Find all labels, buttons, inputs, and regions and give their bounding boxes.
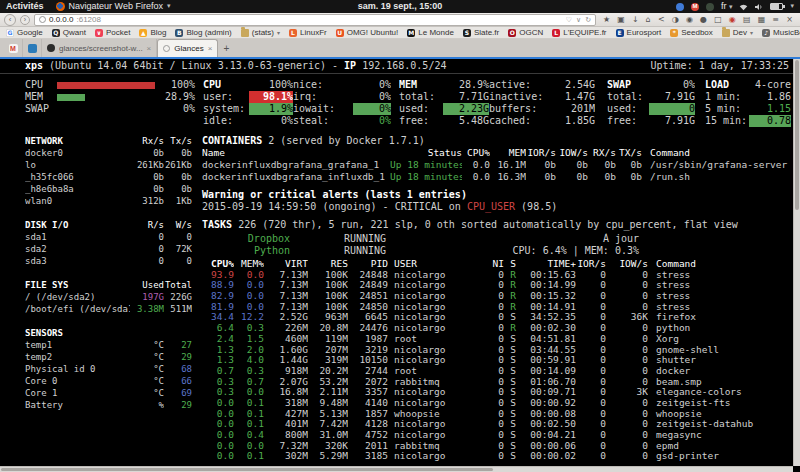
bookmark-item[interactable]: OOGCN bbox=[508, 28, 543, 37]
bookmark-item[interactable]: Dev▾ bbox=[722, 28, 753, 37]
downloads-icon[interactable]: ↓ bbox=[632, 15, 639, 24]
home-icon[interactable]: ⌂ bbox=[646, 15, 651, 24]
cell: 0 bbox=[130, 255, 164, 267]
pinned-tab-blue[interactable] bbox=[23, 39, 42, 57]
wifi-icon[interactable] bbox=[739, 3, 748, 11]
cell: stress bbox=[648, 302, 793, 313]
cell: 0 bbox=[164, 231, 192, 243]
cell: 0 bbox=[576, 441, 606, 452]
grid-icon[interactable]: ▦ bbox=[758, 15, 766, 24]
pocket-icon[interactable]: ◉ bbox=[729, 15, 736, 24]
table-row: 0.00.1318M9.48M4140nicolargo0S00:00.9200… bbox=[202, 398, 793, 409]
cell: 0 bbox=[480, 398, 504, 409]
bookmark-star-icon[interactable]: ★ bbox=[603, 15, 610, 24]
cell: 0 bbox=[480, 366, 504, 377]
cell: nicolargo bbox=[388, 355, 480, 366]
menu-icon[interactable]: ≡ bbox=[772, 15, 779, 24]
cell: 0 bbox=[606, 419, 648, 430]
cell: NI bbox=[480, 259, 504, 270]
adblock-icon[interactable]: ◉ bbox=[686, 15, 693, 24]
cell: stress bbox=[648, 270, 793, 281]
pinned-tab-gmail[interactable]: M bbox=[4, 39, 23, 57]
bookmark-item[interactable]: UOMG! Ubuntu! bbox=[336, 28, 399, 37]
tab-github[interactable]: glances/screenshot-w... × bbox=[42, 39, 157, 57]
screenshot-icon[interactable]: □ bbox=[714, 15, 722, 24]
cell: 1.3 bbox=[202, 355, 234, 366]
cell: 0% bbox=[353, 103, 391, 115]
site-identity-icon[interactable] bbox=[39, 16, 46, 23]
cell: elegance-colors bbox=[648, 387, 793, 398]
cell: docker0 bbox=[25, 147, 130, 159]
share-icon[interactable]: < bbox=[658, 15, 665, 24]
vertical-scrollbar-thumb[interactable] bbox=[795, 60, 799, 210]
app-menu[interactable]: Navigateur Web Firefox ▾ bbox=[56, 0, 171, 13]
cell: 7.13M bbox=[264, 270, 308, 281]
back-button[interactable]: ‹ bbox=[4, 14, 16, 26]
reload-icon[interactable]: ↻ bbox=[585, 16, 591, 24]
indicator-blue-icon[interactable] bbox=[676, 3, 684, 11]
cell: system: bbox=[203, 103, 249, 115]
bookmark-item[interactable]: (stats)▾ bbox=[241, 28, 280, 37]
table-row: _h8e6ba8a0b0b bbox=[25, 183, 192, 195]
table-row: 0.70.3918M20.2M2744root0S00:14.0900docke… bbox=[202, 366, 793, 377]
cell: 0 bbox=[606, 409, 648, 420]
table-row: 0.30.016.8M2.11M3357nicolargo0S00:09.710… bbox=[202, 387, 793, 398]
cell: S bbox=[504, 355, 522, 366]
table-row: CPU100%nice:0% bbox=[203, 79, 391, 91]
favicon: ♪ bbox=[762, 29, 770, 37]
table-row: /boot/efi (/dev/sda1)3.38M511M bbox=[25, 303, 192, 315]
tab-glances-active[interactable]: Glances × bbox=[157, 39, 218, 57]
bookmark-item[interactable]: ▲Blog bbox=[139, 28, 166, 37]
cell: °C bbox=[130, 339, 164, 351]
dropdown-icon[interactable]: ∨ bbox=[576, 16, 581, 24]
bookmark-item[interactable]: SSlate.fr bbox=[463, 28, 499, 37]
ghostery-icon[interactable]: ● bbox=[700, 15, 707, 24]
close-tab-icon[interactable]: × bbox=[208, 44, 213, 53]
cell: 20.8M bbox=[308, 323, 348, 334]
favicon: B bbox=[175, 29, 183, 37]
bookmark-item[interactable]: EEurosport bbox=[616, 28, 662, 37]
close-tab-icon[interactable]: × bbox=[147, 44, 152, 53]
forward-button[interactable]: › bbox=[20, 15, 30, 25]
indicator-green-icon[interactable] bbox=[706, 3, 714, 11]
chevron-down-icon: ▾ bbox=[750, 29, 753, 36]
glances-page: xps (Ubuntu 14.04 64bit / Linux 3.13.0-6… bbox=[0, 59, 793, 466]
vertical-scrollbar[interactable] bbox=[793, 59, 800, 466]
bookmark-item[interactable]: LL'EQUIPE.fr bbox=[552, 28, 606, 37]
bookmark-heart-icon[interactable]: ♡ bbox=[566, 16, 572, 24]
bookmark-item[interactable]: BBlog (admin) bbox=[175, 28, 231, 37]
bookmark-item[interactable]: MLe Monde bbox=[407, 28, 454, 37]
activities-button[interactable]: Activités bbox=[6, 0, 44, 13]
cell: S bbox=[504, 334, 522, 345]
cell: °C bbox=[130, 375, 164, 387]
table-row: 0.00.07.32M320K2011rabbitmq0S00:00.0600e… bbox=[202, 441, 793, 452]
bookmark-item[interactable]: ♪MusicBox bbox=[762, 28, 800, 37]
library-icon[interactable]: ▣ bbox=[617, 15, 625, 24]
battery-icon[interactable] bbox=[770, 3, 783, 10]
horizontal-scrollbar[interactable] bbox=[0, 466, 793, 472]
url-bar[interactable]: 0.0.0.0 :61208 ♡∨↻ bbox=[34, 14, 596, 26]
theme-icon[interactable]: ◑ bbox=[672, 15, 679, 24]
chevron-down-icon: ▾ bbox=[277, 29, 280, 36]
bookmark-item[interactable]: GGoogle bbox=[6, 28, 43, 37]
new-tab-button[interactable]: + bbox=[218, 39, 234, 57]
bookmark-item[interactable]: *Seedbox bbox=[670, 28, 713, 37]
gmail-indicator-icon[interactable]: M bbox=[691, 3, 699, 11]
volume-icon[interactable] bbox=[755, 3, 763, 11]
keyboard-layout[interactable]: fr ▾ bbox=[721, 0, 733, 14]
bookmark-item[interactable]: ∨Pocket bbox=[95, 28, 130, 37]
chevron-down-icon[interactable]: ▾ bbox=[790, 0, 794, 13]
clock[interactable]: sam. 19 sept., 15:00 bbox=[358, 0, 443, 13]
cell: CPU% bbox=[202, 259, 234, 270]
close-icon[interactable]: × bbox=[786, 15, 793, 24]
cell: zeitgeist-fts bbox=[648, 398, 793, 409]
cell: 0b bbox=[130, 183, 164, 195]
cell: 00:00.08 bbox=[522, 409, 576, 420]
cell: 0 bbox=[606, 270, 648, 281]
cell: W/s bbox=[164, 219, 192, 231]
bookmark-item[interactable]: QQwant bbox=[52, 28, 86, 37]
horizontal-scrollbar-thumb[interactable] bbox=[1, 468, 493, 471]
sidebar-icon[interactable]: ▤ bbox=[743, 15, 751, 24]
bookmark-item[interactable]: LLinuxFr bbox=[289, 28, 327, 37]
cell: 0b bbox=[556, 171, 588, 183]
